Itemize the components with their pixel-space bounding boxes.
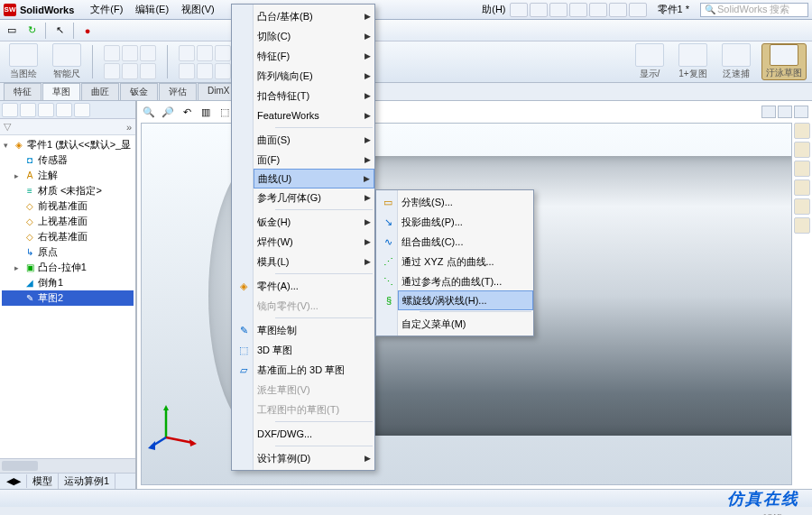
menu-curve[interactable]: 曲线(U)▶ bbox=[254, 169, 374, 189]
tool-select-icon[interactable]: ▭ bbox=[4, 23, 20, 39]
line-tool-icon[interactable] bbox=[104, 45, 120, 61]
menu-surface[interactable]: 曲面(S)▶ bbox=[254, 130, 374, 150]
qat-print-icon[interactable] bbox=[569, 3, 587, 17]
submenu-helix[interactable]: §螺旋线/涡状线(H)... bbox=[398, 290, 533, 310]
window-maximize-icon[interactable] bbox=[778, 106, 792, 118]
orientation-triad-icon[interactable] bbox=[148, 398, 202, 452]
taskpane-view-icon[interactable] bbox=[794, 179, 810, 196]
zoom-area-icon[interactable]: 🔎 bbox=[160, 105, 176, 119]
fm-tab-tree-icon[interactable] bbox=[2, 103, 18, 117]
tree-horizontal-scrollbar[interactable] bbox=[0, 458, 135, 473]
menu-help[interactable]: 助(H) bbox=[482, 3, 505, 16]
menu-features[interactable]: 特征(F)▶ bbox=[254, 46, 374, 66]
mirror-tool-icon[interactable] bbox=[179, 63, 195, 79]
filter-expand-icon[interactable]: » bbox=[126, 122, 132, 133]
pattern-tool-icon[interactable] bbox=[197, 63, 213, 79]
filter-icon[interactable]: ▽ bbox=[4, 121, 16, 133]
menu-weldments[interactable]: 焊件(W)▶ bbox=[254, 232, 374, 252]
menu-sheetmetal[interactable]: 钣金(H)▶ bbox=[254, 212, 374, 232]
tab-features[interactable]: 特征 bbox=[4, 83, 42, 100]
section-view-icon[interactable]: ▥ bbox=[198, 105, 214, 119]
view-prev-icon[interactable]: ↶ bbox=[179, 105, 195, 119]
tree-material[interactable]: ≡材质 <未指定> bbox=[2, 183, 134, 198]
taskpane-resources-icon[interactable] bbox=[794, 123, 810, 139]
submenu-composite-curve[interactable]: ∿组合曲线(C)... bbox=[398, 232, 533, 252]
qat-open-icon[interactable] bbox=[530, 3, 548, 17]
fm-tab-dimxpert-icon[interactable] bbox=[56, 103, 72, 117]
search-input[interactable]: 🔍 SolidWorks 搜索 bbox=[700, 3, 808, 17]
menu-3dsketch-on-plane[interactable]: ▱基准面上的 3D 草图 bbox=[254, 360, 374, 380]
taskpane-appearance-icon[interactable] bbox=[794, 198, 810, 215]
taskpane-custom-icon[interactable] bbox=[794, 217, 810, 234]
menu-fastening[interactable]: 扣合特征(T)▶ bbox=[254, 86, 374, 106]
menu-refgeometry[interactable]: 参考几何体(G)▶ bbox=[254, 188, 374, 207]
menu-featureworks[interactable]: FeatureWorks▶ bbox=[254, 106, 374, 125]
tab-motion[interactable]: 运动算例1 bbox=[59, 474, 115, 489]
circle-tool-icon[interactable] bbox=[122, 45, 138, 61]
submenu-projected-curve[interactable]: ↘投影曲线(P)... bbox=[398, 212, 533, 232]
ribbon-display-icon[interactable] bbox=[635, 43, 664, 67]
window-close-icon[interactable] bbox=[794, 106, 808, 118]
tree-sensors[interactable]: ◘传感器 bbox=[2, 152, 134, 168]
taskpane-explorer-icon[interactable] bbox=[794, 161, 810, 177]
tool-cursor-icon[interactable]: ↖ bbox=[51, 23, 68, 39]
taskpane-library-icon[interactable] bbox=[794, 142, 810, 158]
tab-sketch[interactable]: 草图 bbox=[42, 83, 80, 100]
submenu-customize[interactable]: 自定义菜单(M) bbox=[398, 314, 533, 334]
scrollbar-thumb[interactable] bbox=[2, 461, 38, 471]
qat-options-icon[interactable] bbox=[629, 3, 647, 17]
menu-designstudy[interactable]: 设计算例(D)▶ bbox=[254, 448, 374, 468]
menu-view[interactable]: 视图(V) bbox=[176, 1, 220, 18]
menu-sketch[interactable]: ✎草图绘制 bbox=[254, 320, 374, 340]
tab-surfaces[interactable]: 曲匠 bbox=[81, 83, 119, 100]
zoom-fit-icon[interactable]: 🔍 bbox=[141, 105, 157, 119]
fm-tab-property-icon[interactable] bbox=[20, 103, 36, 117]
ribbon-quicksnap-icon[interactable] bbox=[722, 43, 751, 67]
tree-origin[interactable]: ↳原点 bbox=[2, 244, 134, 260]
tree-sketch-selected[interactable]: ✎草图2 bbox=[2, 290, 134, 306]
menu-file[interactable]: 文件(F) bbox=[85, 1, 128, 18]
submenu-curve-xyz[interactable]: ⋰通过 XYZ 点的曲线... bbox=[398, 252, 533, 271]
qat-save-icon[interactable] bbox=[549, 3, 567, 17]
menu-3dsketch[interactable]: ⬚3D 草图 bbox=[254, 340, 374, 360]
arc-tool-icon[interactable] bbox=[122, 63, 138, 79]
submenu-curve-refpoints[interactable]: ⋱通过参考点的曲线(T)... bbox=[398, 271, 533, 291]
qat-undo-icon[interactable] bbox=[589, 3, 607, 17]
menu-pattern[interactable]: 阵列/镜向(E)▶ bbox=[254, 66, 374, 86]
menu-dxf[interactable]: DXF/DWG... bbox=[254, 424, 374, 444]
ribbon-repair-icon[interactable] bbox=[678, 43, 707, 67]
trim-tool-icon[interactable] bbox=[179, 45, 195, 61]
tool-rebuild-icon[interactable]: ↻ bbox=[23, 23, 40, 39]
tree-top-plane[interactable]: ◇上视基准面 bbox=[2, 214, 134, 229]
tab-sheetmetal[interactable]: 钣金 bbox=[120, 83, 158, 100]
window-minimize-icon[interactable] bbox=[761, 106, 776, 118]
tab-nav-icon[interactable]: ◀▶ bbox=[0, 474, 27, 488]
offset-tool-icon[interactable] bbox=[215, 45, 231, 61]
menu-face[interactable]: 面(F)▶ bbox=[254, 150, 374, 170]
spline-tool-icon[interactable] bbox=[140, 45, 156, 61]
qat-rebuild-icon[interactable] bbox=[609, 3, 627, 17]
ribbon-sketch-icon[interactable] bbox=[9, 43, 38, 67]
tool-appearance-icon[interactable]: ● bbox=[79, 23, 96, 39]
ribbon-dimension-icon[interactable] bbox=[52, 43, 81, 67]
point-tool-icon[interactable] bbox=[140, 63, 156, 79]
qat-new-icon[interactable] bbox=[510, 3, 528, 17]
feature-tree[interactable]: ▾◈零件1 (默认<<默认>_显 ◘传感器 ▸A注解 ≡材质 <未指定> ◇前视… bbox=[0, 135, 135, 458]
fm-tab-config-icon[interactable] bbox=[38, 103, 54, 117]
convert-tool-icon[interactable] bbox=[197, 45, 213, 61]
menu-edit[interactable]: 编辑(E) bbox=[130, 1, 174, 18]
fm-tab-display-icon[interactable] bbox=[74, 103, 90, 117]
tree-extrude[interactable]: ▸▣凸台-拉伸1 bbox=[2, 260, 134, 275]
menu-molds[interactable]: 模具(L)▶ bbox=[254, 252, 374, 271]
rect-tool-icon[interactable] bbox=[104, 63, 120, 79]
tab-model[interactable]: 模型 bbox=[27, 474, 59, 489]
tree-annotations[interactable]: ▸A注解 bbox=[2, 168, 134, 183]
ribbon-rapidsketch-icon[interactable] bbox=[770, 44, 798, 66]
tree-root[interactable]: ▾◈零件1 (默认<<默认>_显 bbox=[2, 137, 134, 152]
menu-boss[interactable]: 凸台/基体(B)▶ bbox=[254, 6, 374, 26]
tab-evaluate[interactable]: 评估 bbox=[159, 83, 197, 100]
menu-part[interactable]: ◈零件(A)... bbox=[254, 276, 374, 296]
submenu-splitline[interactable]: ▭分割线(S)... bbox=[398, 192, 533, 212]
tree-chamfer[interactable]: ◢倒角1 bbox=[2, 275, 134, 290]
tree-right-plane[interactable]: ◇右视基准面 bbox=[2, 229, 134, 244]
